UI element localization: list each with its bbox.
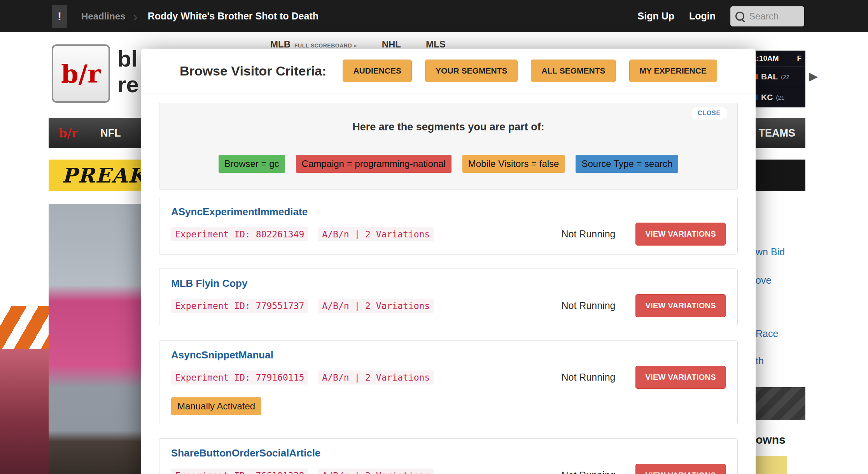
experiment-type: A/B/n | 2 Variations	[318, 299, 434, 313]
experiment-status: Not Running	[561, 228, 615, 240]
screen: b/r bl re MLB FULL SCOREBOARD » NHL MLS …	[0, 0, 868, 474]
experiment-name-link[interactable]: AsyncSnippetManual	[171, 349, 726, 361]
left-skin-ad-stripes	[0, 306, 49, 349]
experiment-status: Not Running	[561, 372, 615, 383]
experiment-id: Experiment ID: 766101338	[171, 469, 308, 474]
scoreboard-game-header: 1:10AM F	[749, 51, 805, 66]
experiment-name-link[interactable]: ASyncExperimentImmediate	[171, 206, 726, 218]
scoreboard-row[interactable]: BAL (22	[749, 66, 805, 87]
team-abbr: BAL	[761, 72, 778, 81]
experiment-name-link[interactable]: MLB Flyin Copy	[171, 277, 726, 290]
team-abbr: KC	[761, 93, 773, 102]
masthead-wordmark: bl re	[117, 46, 139, 97]
segment-tag-campaign: Campaign = programming-national	[296, 155, 452, 173]
topbar: ! Headlines › Roddy White's Brother Shot…	[0, 0, 868, 32]
topbar-article-title[interactable]: Roddy White's Brother Shot to Death	[148, 11, 318, 22]
experiment-card: AsyncSnippetManual Experiment ID: 779160…	[159, 340, 738, 424]
modal-title: Browse Visitor Criteria:	[180, 63, 326, 79]
full-scoreboard-link[interactable]: FULL SCOREBOARD »	[294, 42, 357, 49]
nav-item-my-teams[interactable]: Y TEAMS	[749, 127, 795, 139]
segments-heading: Here are the segments you are part of:	[159, 103, 737, 133]
audiences-button[interactable]: AUDIENCES	[343, 60, 412, 82]
right-rail-thumbnail-fragment	[756, 456, 787, 474]
manually-activated-badge: Manually Activated	[171, 397, 261, 415]
experiment-type: A/B/n | 2 Variations	[318, 227, 434, 241]
modal-body: CLOSE Here are the segments you are part…	[141, 93, 756, 474]
headline-link-fragment[interactable]: wn Bid	[756, 246, 785, 258]
experiment-card: ASyncExperimentImmediate Experiment ID: …	[159, 197, 738, 255]
chevron-right-icon: ›	[133, 10, 137, 23]
tab-nhl[interactable]: NHL	[382, 39, 401, 50]
view-variations-button[interactable]: VIEW VARIATIONS	[635, 464, 726, 474]
browse-visitor-criteria-modal: Browse Visitor Criteria: AUDIENCES YOUR …	[141, 49, 756, 474]
view-variations-button[interactable]: VIEW VARIATIONS	[635, 294, 726, 317]
signup-link[interactable]: Sign Up	[638, 11, 674, 22]
search-icon	[735, 12, 744, 21]
headline-link-fragment[interactable]: th	[756, 355, 764, 367]
game-flag: F	[797, 54, 802, 63]
team-record: (21-	[776, 94, 786, 101]
experiment-row: Experiment ID: 766101338 A/B/n | 2 Varia…	[171, 464, 726, 474]
team-record: (22	[781, 74, 789, 80]
experiment-id: Experiment ID: 779551737	[171, 299, 308, 313]
segment-tags: Browser = gc Campaign = programming-nati…	[159, 155, 737, 173]
nav-br-logo[interactable]: b/r	[59, 126, 78, 140]
experiment-card: ShareButtonOrderSocialArticle Experiment…	[159, 438, 738, 474]
view-variations-button[interactable]: VIEW VARIATIONS	[635, 366, 726, 389]
headline-link-fragment[interactable]: ove	[756, 275, 771, 286]
segment-tag-mobile-visitors: Mobile Visitors = false	[462, 155, 565, 173]
your-segments-button[interactable]: YOUR SEGMENTS	[425, 60, 518, 82]
left-skin-ad-image	[0, 349, 49, 474]
modal-header: Browse Visitor Criteria: AUDIENCES YOUR …	[141, 49, 756, 93]
search-box[interactable]	[730, 6, 804, 26]
experiment-row: Experiment ID: 779551737 A/B/n | 2 Varia…	[171, 294, 726, 317]
tab-mlb[interactable]: MLB	[270, 39, 290, 50]
headline-bold-fragment: owns	[756, 433, 786, 446]
nav-item-nfl[interactable]: NFL	[100, 127, 121, 139]
view-variations-button[interactable]: VIEW VARIATIONS	[635, 223, 726, 246]
headline-link-fragment[interactable]: Race	[756, 328, 778, 339]
experiment-row: Experiment ID: 779160115 A/B/n | 2 Varia…	[171, 366, 726, 389]
headlines-alert-icon[interactable]: !	[52, 5, 67, 28]
experiment-status: Not Running	[561, 300, 615, 311]
experiment-type: A/B/n | 2 Variations	[318, 469, 434, 474]
bleacher-report-logo[interactable]: b/r	[52, 44, 110, 103]
tab-mls[interactable]: MLS	[426, 39, 446, 50]
scoreboard-tabs: MLB FULL SCOREBOARD » NHL MLS	[270, 39, 446, 50]
game-time: 1:10AM	[752, 54, 779, 63]
segments-panel: CLOSE Here are the segments you are part…	[159, 103, 738, 190]
topbar-right: Sign Up Login	[638, 6, 804, 26]
scoreboard-next-arrow-icon[interactable]: ▶	[809, 69, 818, 83]
search-input[interactable]	[748, 11, 799, 22]
masthead-line-2: re	[117, 72, 139, 97]
segment-tag-browser: Browser = gc	[219, 155, 285, 173]
experiment-status: Not Running	[561, 470, 615, 474]
my-experience-button[interactable]: MY EXPERIENCE	[629, 60, 717, 82]
experiment-id: Experiment ID: 779160115	[171, 370, 308, 384]
experiment-type: A/B/n | 2 Variations	[318, 370, 434, 384]
masthead-line-1: bl	[117, 46, 139, 72]
right-rail-banner-fragment	[753, 387, 805, 420]
experiment-row: Experiment ID: 802261349 A/B/n | 2 Varia…	[171, 223, 726, 246]
breadcrumb-headlines[interactable]: Headlines	[81, 11, 125, 22]
experiment-id: Experiment ID: 802261349	[171, 227, 308, 241]
segment-tag-source-type: Source Type = search	[576, 155, 678, 173]
scoreboard-row[interactable]: KC (21-	[749, 87, 805, 107]
all-segments-button[interactable]: ALL SEGMENTS	[531, 60, 616, 82]
experiment-card: MLB Flyin Copy Experiment ID: 779551737 …	[159, 269, 738, 326]
experiment-name-link[interactable]: ShareButtonOrderSocialArticle	[171, 447, 726, 459]
close-button[interactable]: CLOSE	[691, 107, 727, 119]
mini-scoreboard[interactable]: 1:10AM F BAL (22 KC (21-	[749, 51, 805, 107]
login-link[interactable]: Login	[689, 11, 716, 22]
